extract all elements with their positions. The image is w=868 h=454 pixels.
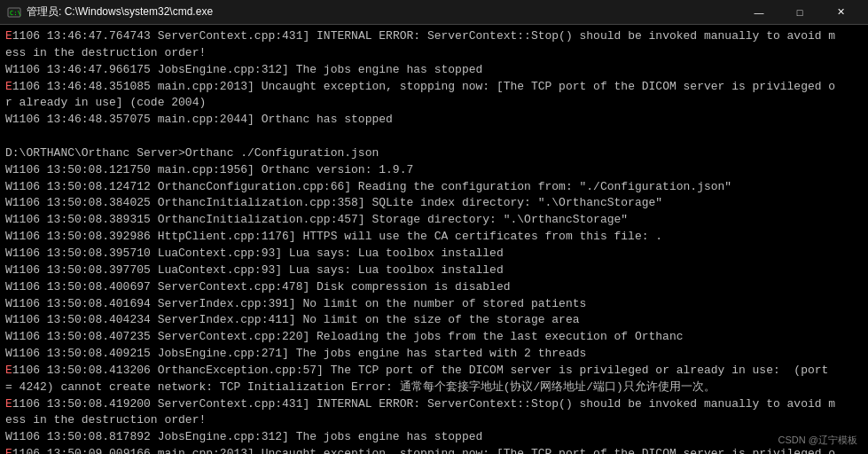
console-line: W1106 13:50:08.384025 OrthancInitializat…	[5, 195, 863, 212]
maximize-button[interactable]: □	[779, 0, 820, 25]
console-line: W1106 13:46:47.966175 JobsEngine.cpp:312…	[5, 62, 863, 79]
title-bar-controls: — □ ✕	[739, 0, 861, 25]
title-bar-icon: C:\	[7, 5, 21, 20]
console-line: W1106 13:50:08.409215 JobsEngine.cpp:271…	[5, 346, 863, 363]
console-line: W1106 13:50:08.404234 ServerIndex.cpp:41…	[5, 312, 863, 329]
console-line: r already in use] (code 2004)	[5, 95, 863, 112]
title-bar-text: 管理员: C:\Windows\system32\cmd.exe	[27, 4, 739, 20]
console-line: W1106 13:50:08.121750 main.cpp:1956] Ort…	[5, 162, 863, 179]
title-bar: C:\ 管理员: C:\Windows\system32\cmd.exe — □…	[0, 0, 868, 25]
console-line: = 4242) cannot create network: TCP Initi…	[5, 380, 863, 396]
console-line: W1106 13:50:08.124712 OrthancConfigurati…	[5, 179, 863, 196]
console-line: W1106 13:46:48.357075 main.cpp:2044] Ort…	[5, 112, 863, 129]
console-line: W1106 13:50:08.400697 ServerContext.cpp:…	[5, 279, 863, 296]
console-line: E1106 13:50:09.009166 main.cpp:2013] Unc…	[5, 446, 863, 454]
svg-text:C:\: C:\	[10, 10, 21, 17]
console-line: E1106 13:50:08.419200 ServerContext.cpp:…	[5, 396, 863, 413]
console-line: D:\ORTHANC\Orthanc Server>Orthanc ./Conf…	[5, 145, 863, 162]
console-line: W1106 13:50:08.395710 LuaContext.cpp:93]…	[5, 246, 863, 262]
console-line: W1106 13:50:08.401694 ServerIndex.cpp:39…	[5, 296, 863, 313]
console-area: E1106 13:46:47.764743 ServerContext.cpp:…	[0, 25, 868, 454]
console-line: E1106 13:50:08.413206 OrthancException.c…	[5, 363, 863, 380]
console-line: W1106 13:50:08.392986 HttpClient.cpp:117…	[5, 229, 863, 246]
console-line: W1106 13:50:08.407235 ServerContext.cpp:…	[5, 329, 863, 346]
console-line: E1106 13:46:48.351085 main.cpp:2013] Unc…	[5, 79, 863, 96]
console-line: W1106 13:50:08.817892 JobsEngine.cpp:312…	[5, 429, 863, 446]
console-line: W1106 13:50:08.397705 LuaContext.cpp:93]…	[5, 262, 863, 279]
console-line	[5, 129, 863, 145]
console-line: W1106 13:50:08.389315 OrthancInitializat…	[5, 212, 863, 229]
minimize-button[interactable]: —	[739, 0, 779, 25]
console-line: ess in the destruction order!	[5, 412, 863, 429]
console-line: ess in the destruction order!	[5, 45, 863, 62]
close-button[interactable]: ✕	[820, 0, 861, 25]
console-line: E1106 13:46:47.764743 ServerContext.cpp:…	[5, 28, 863, 45]
